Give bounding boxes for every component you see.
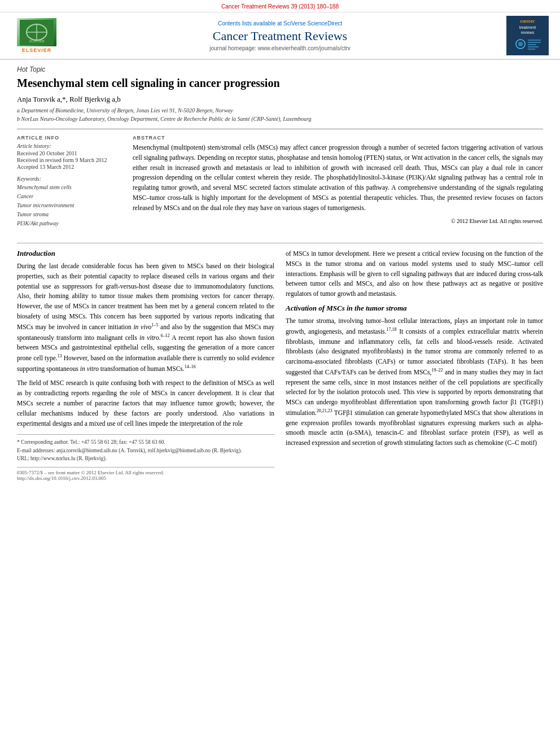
right-intro-body: of MSCs in tumor development. Here we pr… [286,249,543,299]
introduction-heading: Introduction [17,249,274,258]
activation-para-1: The tumor stroma, involving tumor–host c… [286,316,543,448]
elsevier-logo: ELSEVIER ELSEVIER [11,18,62,53]
accepted-date: Accepted 13 March 2012 [17,164,121,170]
journal-homepage: journal homepage: www.elsevierhealth.com… [62,45,498,51]
main-content: Introduction During the last decade cons… [17,243,543,481]
received-revised-date: Received in revised form 9 March 2012 [17,157,121,163]
keywords-label: Keywords: [17,176,121,182]
journal-title: Cancer Treatment Reviews [62,29,498,43]
abstract-column: ABSTRACT Mesenchymal (multipotent) stem/… [133,135,543,234]
affiliation-b: b NorLux Neuro-Oncology Laboratory, Onco… [17,115,543,123]
received-date: Received 20 October 2011 [17,150,121,156]
article-info-column: ARTICLE INFO Article history: Received 2… [17,135,121,234]
issn-bar: 0305-7372/$ – see front matter © 2012 El… [17,467,274,481]
introduction-body: During the last decade considerable focu… [17,261,274,429]
content-left: Introduction During the last decade cons… [17,249,274,481]
article-outer: Hot Topic Mesenchymal stem cell signalin… [0,60,560,492]
sciverse-link-text[interactable]: SciVerse ScienceDirect [283,20,342,27]
authors: Anja Torsvik a,*, Rolf Bjerkvig a,b [17,95,543,104]
journal-logo-right: cancer treatment reviews [498,16,549,55]
svg-point-7 [518,42,523,46]
journal-banner: ELSEVIER ELSEVIER Contents lists availab… [0,12,560,59]
footnote-email: E-mail addresses: anja.torsvik@biomed.ui… [17,447,274,455]
abstract-label: ABSTRACT [133,135,543,141]
elsevier-logo-section: ELSEVIER ELSEVIER [11,18,62,53]
affiliations: a Department of Biomedicine, University … [17,106,543,123]
info-abstract-columns: ARTICLE INFO Article history: Received 2… [17,135,543,234]
activation-body: The tumor stroma, involving tumor–host c… [286,316,543,448]
footnote-section: * Corresponding author. Tel.: +47 55 58 … [17,434,274,462]
article-info-section: ARTICLE INFO Article history: Received 2… [17,135,121,170]
journal-top-bar: Cancer Treatment Reviews 39 (2013) 180–1… [0,3,560,10]
keywords-section: Keywords: Mesenchymal stem cells Cancer … [17,176,121,228]
keyword-1: Mesenchymal stem cells [17,183,121,192]
keyword-3: Tumor microenvironment [17,201,121,210]
activation-heading: Activation of MSCs in the tumor stroma [286,304,543,313]
journal-citation: Cancer Treatment Reviews 39 (2013) 180–1… [221,3,339,10]
copyright-notice: © 2012 Elsevier Ltd. All rights reserved… [133,217,543,226]
keyword-2: Cancer [17,192,121,201]
elsevier-label: ELSEVIER [22,47,52,53]
hot-topic-label: Hot Topic [17,65,543,73]
svg-text:ELSEVIER: ELSEVIER [29,40,45,43]
footnote-corresponding: * Corresponding author. Tel.: +47 55 58 … [17,438,274,446]
affiliation-a: a Department of Biomedicine, University … [17,106,543,115]
content-right: of MSCs in tumor development. Here we pr… [286,249,543,481]
divider-1 [17,129,543,129]
article-title: Mesenchymal stem cell signaling in cance… [17,76,543,90]
abstract-paragraph: Mesenchymal (multipotent) stem/stromal c… [133,143,543,213]
intro-para-1: During the last decade considerable focu… [17,261,274,374]
article-info-label: ARTICLE INFO [17,135,121,141]
elsevier-logo-graphic: ELSEVIER [17,18,56,46]
history-label: Article history: [17,143,121,149]
sciverse-link: Contents lists available at SciVerse Sci… [62,20,498,27]
right-para-1: of MSCs in tumor development. Here we pr… [286,249,543,299]
cancer-treatment-logo: cancer treatment reviews [506,16,549,55]
issn-text: 0305-7372/$ – see front matter © 2012 El… [17,470,274,475]
intro-para-2: The field of MSC research is quite confu… [17,378,274,429]
footnote-url: URL: http://www.norlux.lu (R. Bjerkvig). [17,455,274,462]
keywords-list: Mesenchymal stem cells Cancer Tumor micr… [17,183,121,228]
journal-banner-center: Contents lists available at SciVerse Sci… [62,20,498,51]
keyword-4: Tumor stroma [17,210,121,219]
abstract-text: Mesenchymal (multipotent) stem/stromal c… [133,143,543,225]
keyword-5: PI3K/Akt pathway [17,219,121,228]
journal-header: Cancer Treatment Reviews 39 (2013) 180–1… [0,0,560,60]
doi-text: http://dx.doi.org/10.1016/j.ctrv.2012.03… [17,475,274,481]
